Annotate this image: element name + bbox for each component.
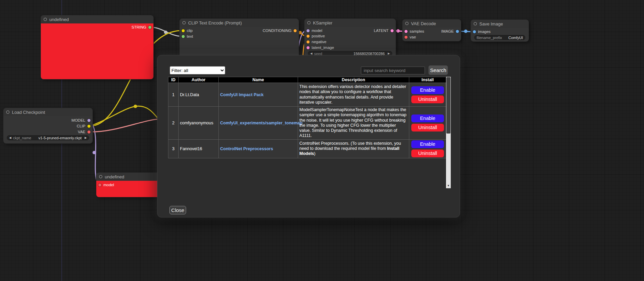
widget-value: ComfyUI (508, 36, 523, 40)
extension-link[interactable]: ControlNet Preprocessors (220, 146, 273, 151)
input-dot-positive[interactable] (307, 35, 310, 38)
output-dot-conditioning[interactable] (294, 29, 297, 32)
output-slot-string[interactable]: STRING (132, 25, 151, 30)
uninstall-button[interactable]: Uninstall (411, 95, 444, 103)
error-node-body (41, 23, 153, 79)
collapse-dot-icon[interactable] (307, 21, 311, 24)
decrement-arrow-icon[interactable]: ◀ (310, 52, 312, 55)
close-button[interactable]: Close (169, 206, 186, 214)
search-input[interactable] (361, 67, 425, 74)
row-id: 1 (168, 83, 179, 107)
node-undefined-top[interactable]: undefined STRING (41, 15, 153, 79)
ckpt-name-widget[interactable]: ◀ ckpt_name v1-5-pruned-emaonly.ckpt ▶ (7, 135, 89, 140)
output-slot-image[interactable]: IMAGE (441, 29, 459, 34)
increment-arrow-icon[interactable]: ▶ (388, 52, 390, 55)
node-load-checkpoint[interactable]: Load Checkpoint MODEL CLIP VAE ◀ ckpt_na… (3, 108, 93, 143)
table-row: 1 Dr.Lt.Data ComfyUI Impact Pack This ex… (168, 83, 446, 107)
node-header[interactable]: VAE Decode (402, 19, 461, 28)
input-slot-vae[interactable]: vae (404, 35, 416, 39)
output-slot-vae[interactable]: VAE (78, 129, 90, 134)
scrollbar-thumb[interactable] (446, 77, 450, 134)
filename-prefix-widget[interactable]: filename_prefix ComfyUI (474, 35, 525, 40)
uninstall-button[interactable]: Uninstall (411, 124, 444, 131)
enable-button[interactable]: Enable (411, 86, 444, 94)
collapse-dot-icon[interactable] (44, 18, 47, 21)
collapse-dot-icon[interactable] (474, 22, 477, 25)
node-title: Load Checkpoint (12, 110, 45, 115)
input-label: images (478, 30, 491, 34)
output-dot-latent[interactable] (391, 29, 394, 32)
output-dot-model[interactable] (87, 119, 90, 122)
output-dot-clip[interactable] (87, 125, 90, 128)
search-button[interactable]: Search (428, 65, 448, 75)
output-label: VAE (78, 130, 85, 134)
input-dot-model[interactable] (307, 29, 310, 32)
header-description: Description (298, 77, 409, 83)
output-dot-string[interactable] (148, 26, 151, 29)
node-header[interactable]: KSampler (304, 19, 396, 27)
output-slot-model[interactable]: MODEL (71, 118, 90, 123)
input-dot-vae[interactable] (404, 36, 408, 39)
input-label: positive (312, 34, 325, 38)
input-dot-model[interactable] (98, 183, 101, 187)
description-text: ) (314, 151, 315, 156)
uninstall-button[interactable]: Uninstall (411, 150, 444, 157)
input-slot-latent-image[interactable]: latent_image (307, 45, 334, 50)
output-label: LATENT (374, 29, 389, 33)
node-title: Save Image (479, 21, 503, 27)
input-dot-samples[interactable] (404, 30, 408, 33)
input-slot-text[interactable]: text (182, 34, 193, 39)
extension-table-container: ID Author Name Description Install 1 Dr.… (168, 77, 451, 188)
row-author: Fannovel16 (179, 139, 219, 158)
extension-link[interactable]: ComfyUI_experiments/sampler_tonemap (220, 121, 302, 125)
input-slot-clip[interactable]: clip (182, 28, 193, 33)
input-slot-negative[interactable]: negative (307, 39, 326, 44)
row-id: 3 (168, 139, 179, 158)
output-slot-clip[interactable]: CLIP (77, 124, 90, 128)
collapse-dot-icon[interactable] (405, 22, 409, 25)
node-vae-decode[interactable]: VAE Decode samples vae IMAGE (402, 19, 461, 41)
node-header[interactable]: undefined (41, 15, 153, 23)
scroll-down-button[interactable]: ▼ (446, 183, 451, 188)
table-scrollbar[interactable]: ▼ (446, 77, 451, 188)
enable-button[interactable]: Enable (411, 115, 444, 122)
extension-link[interactable]: ComfyUI Impact Pack (220, 92, 264, 97)
table-header-row: ID Author Name Description Install (168, 77, 446, 83)
wire-vae-to-hidden (90, 119, 161, 132)
input-slot-samples[interactable]: samples (404, 29, 424, 34)
node-header[interactable]: CLIP Text Encode (Prompt) (180, 19, 299, 27)
input-dot-negative[interactable] (307, 40, 310, 43)
collapse-dot-icon[interactable] (99, 175, 102, 178)
node-header[interactable]: Save Image (471, 20, 529, 28)
collapse-dot-icon[interactable] (182, 21, 186, 24)
enable-button[interactable]: Enable (411, 140, 444, 148)
output-label: IMAGE (441, 29, 454, 33)
node-header[interactable]: Load Checkpoint (3, 108, 93, 116)
input-dot-latent-image[interactable] (307, 46, 310, 49)
output-slot-conditioning[interactable]: CONDITIONING (263, 28, 297, 33)
input-dot-clip[interactable] (182, 29, 185, 32)
row-author: comfyanonymous (179, 107, 219, 140)
input-slot-model[interactable]: model (98, 182, 114, 187)
output-dot-image[interactable] (456, 30, 459, 33)
output-label: STRING (132, 25, 146, 29)
output-dot-vae[interactable] (87, 130, 90, 134)
filter-select[interactable]: Filter: all (170, 66, 225, 74)
input-dot-text[interactable] (182, 35, 185, 38)
widget-value: v1-5-pruned-emaonly.ckpt (38, 136, 82, 140)
node-save-image[interactable]: Save Image images filename_prefix ComfyU… (471, 20, 529, 41)
node-title: undefined (49, 17, 69, 22)
input-slot-images[interactable]: images (473, 29, 491, 34)
output-slot-latent[interactable]: LATENT (374, 28, 394, 33)
table-row: 2 comfyanonymous ComfyUI_experiments/sam… (168, 107, 446, 140)
previous-arrow-icon[interactable]: ◀ (9, 137, 11, 139)
comfyui-canvas[interactable]: undefined STRING CLIP Text Encode (Promp… (0, 0, 644, 281)
input-slot-model[interactable]: model (307, 28, 322, 33)
header-name: Name (219, 77, 298, 83)
row-id: 2 (168, 107, 179, 140)
collapse-dot-icon[interactable] (6, 110, 10, 114)
input-dot-images[interactable] (473, 30, 476, 33)
input-label: samples (410, 29, 424, 33)
input-slot-positive[interactable]: positive (307, 34, 325, 38)
next-arrow-icon[interactable]: ▶ (85, 137, 87, 139)
